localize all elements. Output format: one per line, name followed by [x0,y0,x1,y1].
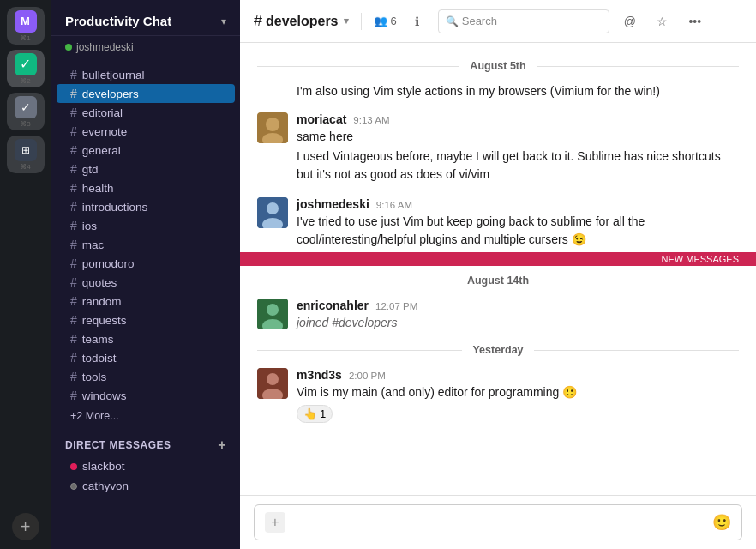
message-group-m3nd3s: m3nd3s 2:00 PM Vim is my main (and only)… [240,365,756,426]
channel-item-evernote[interactable]: # evernote [57,122,235,141]
chat-input-area: + 🙂 [240,495,756,549]
message-header-enriconahler: enriconahler 12:07 PM [297,299,739,312]
add-direct-message-button[interactable]: + [218,437,226,453]
channel-item-general[interactable]: # general [57,141,235,160]
hash-icon: # [70,370,77,383]
channel-item-editorial[interactable]: # editorial [57,103,235,122]
divider-line [257,350,462,351]
input-add-button[interactable]: + [265,512,285,533]
channel-item-ios[interactable]: # ios [57,216,235,235]
channel-item-todoist[interactable]: # todoist [57,348,235,367]
more-button[interactable]: ••• [683,9,707,33]
reaction-count: 1 [320,407,326,420]
app-icon-3-shortcut: ⌘3 [20,120,30,128]
message-author-m3nd3s: m3nd3s [297,368,342,382]
dm-item-slackbot[interactable]: slackbot [57,456,235,476]
search-box[interactable]: 🔍 Search [438,9,609,33]
channel-label: random [82,295,122,308]
dm-item-cathyvon[interactable]: cathyvon [57,476,235,496]
date-divider-aug14: August 14th [240,266,756,295]
channel-list: # bulletjournal # developers # editorial… [51,62,240,549]
channel-item-windows[interactable]: # windows [57,386,235,405]
members-button[interactable]: 👥 6 [374,15,397,27]
star-button[interactable]: ☆ [651,9,675,33]
channel-label: editorial [82,106,123,119]
message-content-joshmedeski: joshmedeski 9:16 AM I've tried to use ju… [297,197,739,249]
channel-item-tools[interactable]: # tools [57,367,235,386]
message-group-moriacat: moriacat 9:13 AM same here I used Vintag… [240,109,756,187]
search-icon: 🔍 [446,15,459,27]
hash-icon: # [70,351,77,365]
members-icon: 👥 [374,15,387,27]
channel-sidebar: Productivity Chat ▾ joshmedeski # bullet… [51,0,240,549]
hash-icon: # [70,313,77,327]
message-group-enriconahler: enriconahler 12:07 PM joined #developers [240,295,756,335]
at-icon: @ [624,15,636,28]
channel-item-pomodoro[interactable]: # pomodoro [57,254,235,273]
channel-item-developers[interactable]: # developers [57,84,235,103]
avatar-joshmedeski [257,197,288,228]
at-button[interactable]: @ [618,9,642,33]
channel-name-header: # developers ▾ [254,12,349,30]
hash-icon: # [70,275,77,289]
channel-item-mac[interactable]: # mac [57,235,235,254]
app-icon-4-shortcut: ⌘4 [20,163,30,171]
message-author-enriconahler: enriconahler [297,299,369,312]
channel-label: evernote [82,125,128,138]
member-count: 6 [391,15,397,27]
app-icon-2[interactable]: ✓ ⌘2 [7,50,45,87]
channel-label: pomodoro [82,257,135,270]
message-text-m3nd3s: Vim is my main (and only) editor for pro… [297,383,739,401]
app-icon-3[interactable]: ✓ ⌘3 [7,93,45,130]
hash-icon: # [70,219,77,232]
hash-icon: # [70,87,77,100]
message-author-joshmedeski: joshmedeski [297,197,369,211]
date-label-aug5: August 5th [470,60,525,72]
message-content-enriconahler: enriconahler 12:07 PM joined #developers [297,299,739,332]
svg-point-7 [267,304,279,316]
reaction-thumbsup[interactable]: 👆 1 [297,405,333,423]
channel-item-teams[interactable]: # teams [57,329,235,348]
chat-input-field[interactable] [292,516,705,529]
divider-line [537,66,739,67]
date-label-yesterday: Yesterday [472,344,523,356]
info-icon: ℹ [415,15,419,28]
channel-item-introductions[interactable]: # introductions [57,197,235,216]
channel-label: developers [82,87,139,100]
chat-header: # developers ▾ 👥 6 ℹ 🔍 Search @ ☆ ••• [240,0,756,43]
direct-messages-section-header: DIRECT MESSAGES + [51,427,240,456]
add-workspace-button[interactable]: + [12,513,39,540]
channel-label: ios [82,220,97,232]
channel-item-quotes[interactable]: # quotes [57,273,235,292]
search-placeholder: Search [462,15,497,27]
show-more-channels[interactable]: +2 More... [57,407,235,425]
channel-label: general [82,144,121,157]
message-time-joshmedeski: 9:16 AM [376,200,412,210]
chat-messages: August 5th I'm also using Vim style acti… [240,43,756,495]
message-text-moriacat-2: I used Vintageous before, maybe I will g… [297,148,739,184]
app-icon-1-shortcut: ⌘1 [20,34,30,42]
app-icon-4[interactable]: ⊞ ⌘4 [7,136,45,173]
channel-item-gtd[interactable]: # gtd [57,160,235,178]
workspace-chevron-icon[interactable]: ▾ [221,15,226,27]
channel-label: teams [82,333,114,346]
emoji-button[interactable]: 🙂 [712,513,731,532]
message-header-moriacat: moriacat 9:13 AM [297,112,739,126]
channel-item-health[interactable]: # health [57,178,235,197]
channel-item-random[interactable]: # random [57,292,235,311]
message-text-moriacat-1: same here [297,128,739,146]
message-text-join: joined #developers [297,314,739,332]
channel-label: windows [82,389,127,402]
channel-label: gtd [82,163,99,176]
new-messages-bar: NEW MESSAGES [240,252,756,266]
channel-item-bulletjournal[interactable]: # bulletjournal [57,65,235,84]
channel-label: requests [82,314,127,327]
message-group-joshmedeski: joshmedeski 9:16 AM I've tried to use ju… [240,194,756,252]
channel-item-requests[interactable]: # requests [57,311,235,329]
channel-header-chevron-icon: ▾ [344,15,349,27]
message-author-moriacat: moriacat [297,112,346,126]
avatar-m3nd3s [257,368,288,399]
dm-name: slackbot [82,460,125,473]
info-button[interactable]: ℹ [405,9,429,33]
app-icon-1[interactable]: M ⌘1 [7,7,45,45]
